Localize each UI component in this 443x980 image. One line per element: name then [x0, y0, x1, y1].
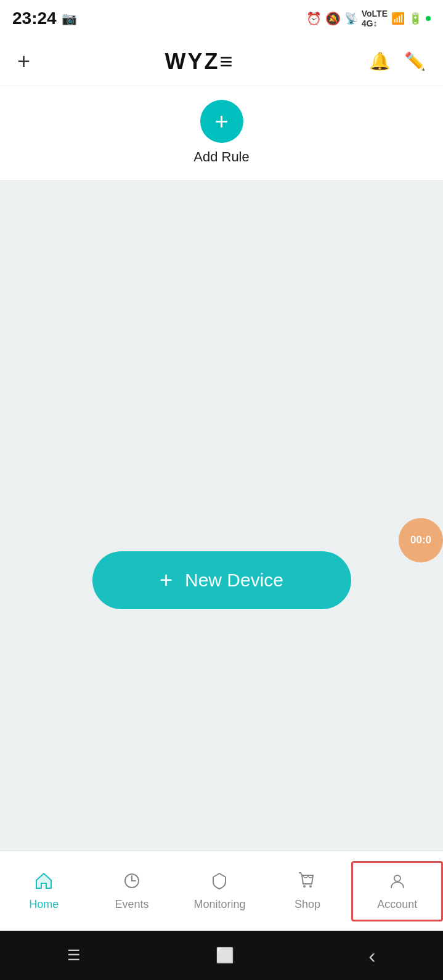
camera-icon: 📷	[62, 11, 77, 26]
new-device-button[interactable]: + New Device	[92, 551, 351, 609]
nav-label-events: Events	[115, 898, 148, 911]
add-rule-button[interactable]: +	[200, 100, 243, 143]
monitoring-icon	[210, 872, 229, 894]
android-menu-button[interactable]: ☰	[67, 947, 81, 964]
timer-badge[interactable]: 00:0	[399, 518, 443, 562]
shop-icon	[298, 872, 317, 894]
signal-icon: 📶	[391, 12, 405, 25]
android-home-button[interactable]: ⬜	[216, 947, 234, 964]
add-rule-plus-icon: +	[214, 110, 228, 133]
lte-text: VoLTE4G↕	[362, 9, 388, 28]
events-icon	[123, 872, 141, 894]
svg-point-5	[394, 875, 400, 881]
timer-text: 00:0	[410, 534, 431, 546]
status-time: 23:24 📷	[12, 9, 77, 28]
add-rule-label: Add Rule	[193, 149, 250, 165]
nav-item-account[interactable]: Account	[351, 861, 443, 921]
battery-icon: 🔋	[408, 12, 422, 25]
nav-item-events[interactable]: Events	[88, 863, 176, 920]
alarm-icon: ⏰	[306, 11, 322, 26]
new-device-plus-icon: +	[160, 567, 173, 593]
nav-item-shop[interactable]: Shop	[264, 863, 352, 920]
page-layout: 23:24 📷 ⏰ 🔕 📡 VoLTE4G↕ 📶 🔋 + WYZ≡ 🔔 ✏️ +…	[0, 0, 443, 980]
add-button[interactable]: +	[17, 49, 30, 75]
nav-item-monitoring[interactable]: Monitoring	[176, 863, 264, 920]
wyze-logo: WYZ≡	[165, 49, 235, 75]
add-rule-section: + Add Rule	[0, 86, 443, 180]
home-icon	[35, 872, 53, 894]
nav-label-home: Home	[29, 898, 59, 911]
svg-point-3	[303, 885, 306, 888]
status-icons: ⏰ 🔕 📡 VoLTE4G↕ 📶 🔋	[306, 9, 431, 28]
android-back-button[interactable]: ‹	[368, 944, 375, 968]
nav-item-home[interactable]: Home	[0, 863, 88, 920]
android-nav-bar: ☰ ⬜ ‹	[0, 931, 443, 980]
svg-point-4	[309, 885, 312, 888]
app-header: + WYZ≡ 🔔 ✏️	[0, 37, 443, 86]
account-icon	[388, 872, 407, 894]
edit-icon[interactable]: ✏️	[404, 51, 426, 71]
new-device-label: New Device	[185, 570, 283, 591]
wifi-icon: 📡	[344, 12, 358, 25]
time-display: 23:24	[12, 9, 57, 28]
notification-bell-icon[interactable]: 🔔	[369, 51, 391, 71]
bottom-nav: Home Events Monitoring	[0, 851, 443, 931]
nav-label-account: Account	[377, 898, 417, 911]
header-icons: 🔔 ✏️	[369, 51, 426, 71]
nav-label-shop: Shop	[295, 898, 320, 911]
nav-label-monitoring: Monitoring	[193, 898, 245, 911]
mute-icon: 🔕	[325, 11, 341, 26]
status-bar: 23:24 📷 ⏰ 🔕 📡 VoLTE4G↕ 📶 🔋	[0, 0, 443, 37]
battery-dot	[426, 16, 431, 21]
